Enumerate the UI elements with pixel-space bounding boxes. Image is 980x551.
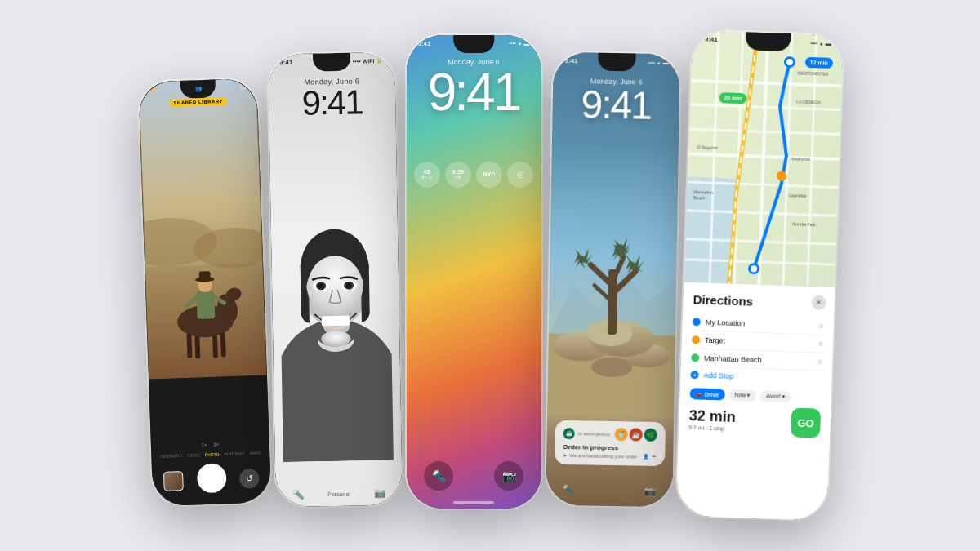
- directions-title: Directions: [693, 293, 824, 312]
- people-icon: 👥: [194, 85, 202, 91]
- phone-color-lockscreen: 9:41 ▪▪▪▪ ▲ ▬ Monday, June 6 9:41: [407, 35, 541, 509]
- map-time: 9:41: [704, 35, 717, 43]
- photo-area: [138, 78, 267, 387]
- phone-maps: 9:41 ▪▪▪▪ ▲ ▬: [675, 30, 844, 521]
- phone-nature-lockscreen: 9:41 ▪▪▪▪ ▲ ▬ Monday, June 6 9:41: [546, 52, 680, 508]
- cup-icon-notification: ☕: [651, 454, 657, 460]
- drag-handle-2[interactable]: ≡: [817, 340, 822, 349]
- camera-controls: 1× 2× CINEMATIC VIDEO PHOTO PORTRAIT PAN…: [149, 375, 271, 506]
- location-arrow-icon: ➤: [563, 452, 567, 458]
- status-time-3: 9:41: [418, 40, 431, 47]
- notification-header: ☕ In store pickup 🥤 ☕ 🌿: [563, 427, 657, 442]
- shutter-button[interactable]: [196, 463, 226, 493]
- svg-rect-25: [321, 316, 349, 327]
- status-bar-4: 9:41 ▪▪▪▪ ▲ ▬: [564, 57, 668, 66]
- camera-icon-bw[interactable]: 📷: [373, 487, 385, 499]
- food-icon-2: ☕: [629, 428, 642, 441]
- zoom-2x: 2×: [213, 442, 219, 447]
- widget-location: NYC: [476, 162, 502, 188]
- maps-screen-content: 9:41 ▪▪▪▪ ▲ ▬: [675, 30, 844, 521]
- add-stop-icon: +: [690, 371, 698, 380]
- mode-cinematic[interactable]: CINEMATIC: [160, 453, 182, 459]
- wifi-icon-3: ▲: [518, 41, 523, 46]
- stop-dot-orange: [691, 335, 699, 344]
- now-dropdown[interactable]: Now ▾: [728, 389, 755, 402]
- shared-library-badge: SHARED LIBRARY: [169, 96, 227, 106]
- map-wifi: ▲: [818, 41, 823, 46]
- color-screen-content: 9:41 ▪▪▪▪ ▲ ▬ Monday, June 6 9:41: [407, 35, 541, 509]
- route-info: 32 min 9.7 mi · 1 stop: [688, 407, 736, 432]
- stop-dot-blue: [692, 318, 700, 326]
- route-summary: 32 min 9.7 mi · 1 stop GO: [688, 404, 821, 438]
- mode-photo[interactable]: PHOTO: [204, 451, 219, 457]
- svg-text:Lawndale: Lawndale: [789, 193, 807, 198]
- widget-time: 8:29 PM: [445, 162, 471, 188]
- mode-pano[interactable]: PANO: [249, 450, 261, 455]
- route-time: 32 min: [688, 407, 736, 426]
- torch-icon-color[interactable]: 🔦: [424, 461, 453, 491]
- svg-text:Hawthorne: Hawthorne: [790, 156, 810, 162]
- mode-portrait[interactable]: PORTRAIT: [224, 451, 244, 456]
- avatar-icon-notification: 👤: [643, 454, 648, 460]
- stop-dot-green: [691, 353, 699, 362]
- stop-label-my-location: My Location: [705, 318, 813, 331]
- widget-weather: 65 65 72: [414, 162, 440, 188]
- svg-text:LA CIENEGA: LA CIENEGA: [796, 99, 822, 104]
- starbucks-notification: ☕ In store pickup 🥤 ☕ 🌿 Order in progres…: [555, 420, 666, 466]
- drag-handle-3[interactable]: ≡: [817, 358, 822, 367]
- nature-screen-content: 9:41 ▪▪▪▪ ▲ ▬ Monday, June 6 9:41: [546, 52, 680, 508]
- bw-bottom-bar: 🔦 Personal 📷: [275, 487, 402, 501]
- route-detail: 9.7 mi · 1 stop: [688, 424, 735, 432]
- portrait-photo: [270, 191, 402, 463]
- travel-options: 🚗 Drive Now ▾ Avoid ▾: [689, 388, 821, 404]
- battery-4: ▬: [662, 60, 668, 65]
- widgets-row: 65 65 72 8:29 PM NYC ◎: [407, 162, 541, 188]
- color-time: 9:41: [407, 66, 541, 118]
- status-bar-3: 9:41 ▪▪▪▪ ▲ ▬: [418, 40, 530, 47]
- bw-time-area: Monday, June 6 9:41: [268, 77, 395, 122]
- shutter-row: ↺: [151, 461, 270, 498]
- add-stop-label[interactable]: Add Stop: [703, 371, 733, 380]
- color-bottom-icons: 🔦 📷: [407, 461, 541, 491]
- avoid-dropdown[interactable]: Avoid ▾: [760, 391, 791, 403]
- svg-marker-41: [613, 238, 630, 256]
- info-icon: ⓘ: [239, 83, 245, 91]
- thumbnail-preview[interactable]: [163, 471, 183, 491]
- torch-icon-bw[interactable]: 🔦: [292, 489, 304, 500]
- map-area: 9:41 ▪▪▪▪ ▲ ▬: [684, 30, 844, 288]
- drive-button[interactable]: 🚗 Drive: [689, 388, 724, 400]
- battery-icon-2: 🔋: [376, 57, 383, 64]
- svg-text:Manhattan: Manhattan: [693, 189, 713, 195]
- svg-marker-40: [626, 255, 644, 275]
- notification-subtitle: ➤ We are handcrafting your order 👤 ☕: [563, 452, 657, 460]
- starbucks-icon: ☕: [563, 428, 574, 439]
- food-icon-3: 🌿: [644, 429, 657, 442]
- go-button[interactable]: GO: [790, 408, 820, 438]
- mode-video[interactable]: VIDEO: [187, 452, 200, 458]
- flip-camera-button[interactable]: ↺: [238, 468, 259, 488]
- nature-time: 9:41: [552, 85, 679, 127]
- map-battery: ▬: [825, 41, 831, 47]
- camera-modes: CINEMATIC VIDEO PHOTO PORTRAIT PANO: [160, 450, 261, 458]
- bw-time: 9:41: [268, 85, 395, 122]
- signal-icon-3: ▪▪▪▪: [509, 41, 516, 46]
- personal-label: Personal: [327, 491, 350, 496]
- svg-rect-11: [196, 290, 215, 318]
- status-time-2: 9:41: [279, 59, 292, 66]
- drag-handle-1[interactable]: ≡: [818, 322, 823, 331]
- torch-icon-nature[interactable]: 🔦: [562, 484, 574, 495]
- add-stop-row[interactable]: + Add Stop: [690, 367, 822, 389]
- shared-library-area: SHARED LIBRARY: [169, 96, 227, 106]
- stop-label-target: Target: [704, 336, 813, 349]
- joshua-tree-scene: [547, 203, 677, 410]
- zoom-1x[interactable]: 1×: [201, 442, 207, 447]
- widget-activity: ◎: [507, 162, 533, 188]
- svg-text:Alondra Park: Alondra Park: [791, 221, 816, 227]
- status-time-4: 9:41: [564, 57, 577, 64]
- camera-icon-nature[interactable]: 📷: [644, 486, 656, 497]
- stop-label-manhattan-beach: Manhattan Beach: [704, 354, 813, 367]
- svg-text:Beach: Beach: [693, 195, 706, 200]
- phone-bw-lockscreen: 9:41 ▪▪▪▪ WiFi 🔋 Monday, June 6 9:41: [268, 52, 403, 508]
- directions-panel: Directions ✕ My Location ≡ Target ≡: [675, 282, 835, 521]
- camera-icon-color[interactable]: 📷: [494, 461, 523, 491]
